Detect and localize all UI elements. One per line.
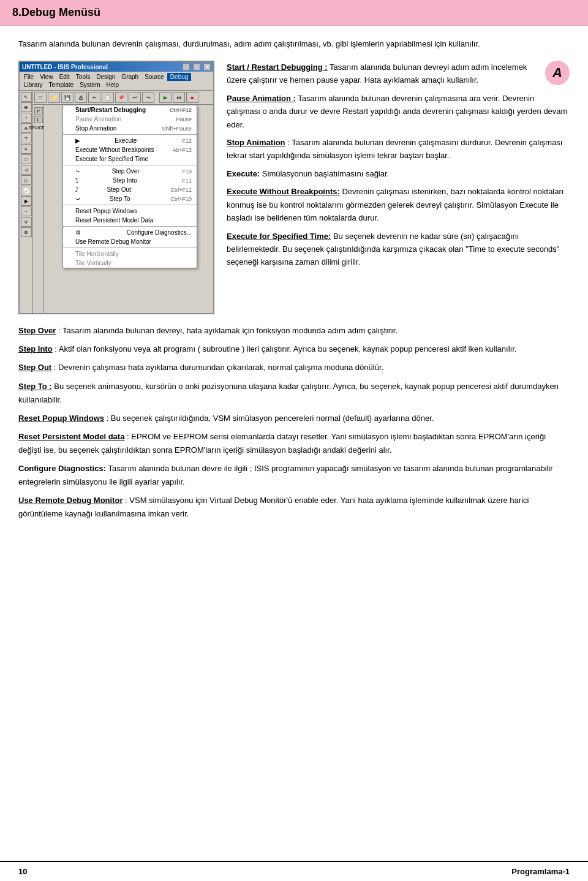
menu-item-step-to[interactable]: ⤻ Step To Ctrl+F10	[63, 194, 197, 203]
step-into-para: Step Into : Aktif olan fonksiyonu veya a…	[18, 342, 570, 356]
reset-model-para: Reset Persistent Model data : EPROM ve E…	[18, 430, 570, 457]
menu-edit[interactable]: Edit	[56, 73, 73, 81]
tb-paste[interactable]: 📌	[115, 92, 127, 103]
menu-template[interactable]: Template	[46, 81, 77, 89]
step-into-icon: ⤵	[75, 177, 78, 184]
isis-canvas-area: P L DEVICES Start/Restart Debugging Ctrl…	[33, 105, 213, 313]
tool-component[interactable]: ⊕	[21, 102, 32, 112]
tb-print[interactable]: 🖨	[75, 92, 87, 103]
menu-item-configure[interactable]: ⚙ Configure Diagnostics...	[63, 228, 197, 237]
step-over-text: : Tasarım alanında bulunan devreyi, hata…	[58, 326, 398, 335]
menu-item-step-over-shortcut: F10	[182, 168, 192, 175]
isis-window-title: UNTITLED - ISIS Professional	[22, 64, 108, 70]
step-over-icon: ⤷	[75, 168, 80, 175]
menu-item-step-out[interactable]: ⤴ Step Out Ctrl+F11	[63, 185, 197, 194]
menu-item-execute-fs[interactable]: Execute for Specified Time	[63, 154, 197, 164]
stop-desc: Stop Animation : Tasarım alanında buluna…	[227, 136, 570, 162]
menu-item-stop-label: Stop Animation	[75, 125, 116, 132]
tool-marker[interactable]: ⊗	[21, 227, 32, 237]
menu-item-step-to-label: Step To	[110, 195, 130, 202]
menu-item-reset-model[interactable]: Reset Persistent Model Data	[63, 216, 197, 225]
menu-item-start-restart[interactable]: Start/Restart Debugging Ctrl+F12	[63, 105, 197, 115]
isis-body: ↖ ⊕ + A T ≡ □ ◁ ▷ 📈 ▶ ~ V ⊗	[20, 91, 213, 313]
tool-terminal[interactable]: ◁	[21, 165, 32, 175]
footer-section-label: Programlama-1	[511, 867, 570, 876]
tool-junction[interactable]: +	[21, 113, 32, 123]
menu-view[interactable]: View	[37, 73, 56, 81]
tool-text[interactable]: T	[21, 134, 32, 143]
menu-system[interactable]: System	[77, 81, 103, 89]
tb-open[interactable]: 📁	[48, 92, 60, 103]
tool-subcircuit[interactable]: □	[21, 154, 32, 164]
menu-item-stop-shortcut: Shift+Pause	[162, 126, 192, 132]
menu-item-step-into-shortcut: F11	[182, 178, 192, 184]
menu-debug[interactable]: Debug	[167, 73, 191, 81]
menu-library[interactable]: Library	[21, 81, 46, 89]
tb-undo[interactable]: ↩	[129, 92, 141, 103]
tool-bus[interactable]: ≡	[21, 144, 32, 154]
menu-item-reset-model-label: Reset Persistent Model Data	[75, 217, 153, 224]
menu-item-pause[interactable]: Pause Animation Pause	[63, 115, 197, 124]
maximize-btn[interactable]: □	[193, 63, 200, 70]
menu-item-execute-shortcut: F12	[182, 138, 192, 144]
reset-popup-text: : Bu seçenek çalıştırıldığında, VSM simü…	[107, 414, 434, 423]
menu-source[interactable]: Source	[141, 73, 167, 81]
tool-select[interactable]: ↖	[21, 92, 32, 102]
tool-tape[interactable]: ▶	[21, 196, 32, 206]
step-into-term: Step Into	[18, 344, 53, 354]
step-out-para: Step Out : Devrenin çalışması hata ayıkl…	[18, 361, 570, 374]
close-btn[interactable]: ✕	[203, 63, 211, 70]
separator5	[63, 248, 197, 248]
menu-help[interactable]: Help	[104, 81, 123, 89]
isis-top-toolbar: □ 📁 💾 🖨 ✂ 📋 📌 ↩ ↪ ▶ ⏯ ■	[33, 91, 213, 105]
reset-popup-term: Reset Popup Windows	[18, 414, 104, 423]
step-over-term: Step Over	[18, 326, 56, 335]
separator2	[63, 165, 197, 165]
menu-item-step-to-shortcut: Ctrl+F10	[170, 196, 192, 202]
menu-tools[interactable]: Tools	[73, 73, 93, 81]
tb-play[interactable]: ▶	[159, 92, 172, 103]
minimize-btn[interactable]: _	[183, 63, 190, 70]
menu-item-reset-popup-label: Reset Popup Windows	[75, 208, 137, 214]
menu-item-tile-v[interactable]: Tile Vertically	[63, 259, 197, 268]
step-out-term: Step Out	[18, 363, 51, 372]
menu-item-tile-h[interactable]: Tile Horizontally	[63, 249, 197, 259]
menu-item-pause-shortcut: Pause	[176, 116, 192, 123]
two-column-section: UNTITLED - ISIS Professional _ □ ✕ File …	[18, 61, 570, 315]
menu-item-execute-label: Execute	[115, 137, 137, 144]
tool-voltage[interactable]: V	[21, 217, 32, 227]
tb-new[interactable]: □	[34, 92, 47, 103]
tb-step[interactable]: ⏯	[173, 92, 185, 103]
tb-save[interactable]: 💾	[61, 92, 74, 103]
device-panel-btn[interactable]: P	[34, 107, 43, 115]
tool-port[interactable]: ▷	[21, 175, 32, 185]
menu-file[interactable]: File	[21, 73, 37, 81]
menu-graph[interactable]: Graph	[118, 73, 141, 81]
menu-design[interactable]: Design	[93, 73, 118, 81]
tb-stop[interactable]: ■	[186, 92, 198, 103]
execute-fs-desc: Execute for Specified Time: Bu seçenek d…	[227, 230, 570, 269]
menu-item-step-out-label: Step Out	[107, 186, 130, 193]
chapter-title: 8.Debug Menüsü	[12, 6, 100, 18]
menu-item-execute[interactable]: ▶ Execute F12	[63, 136, 197, 145]
remote-debug-para: Use Remote Debug Monitor : VSM simülasyo…	[18, 494, 570, 521]
menu-item-execute-wb[interactable]: Execute Without Breakpoints Alt+F12	[63, 145, 197, 154]
configure-para: Configure Diagnostics: Tasarım alanında …	[18, 462, 570, 489]
tool-generator[interactable]: ~	[21, 206, 32, 216]
pause-desc: Pause Animation : Tasarım alanında bulun…	[227, 92, 570, 131]
device-panel-btn2[interactable]: L	[34, 116, 43, 123]
separator4	[63, 226, 197, 227]
tb-redo[interactable]: ↪	[142, 92, 154, 103]
menu-item-step-into[interactable]: ⤵ Step Into F11	[63, 176, 197, 185]
footer: 10 Programlama-1	[0, 861, 588, 881]
menu-item-reset-popup[interactable]: Reset Popup Windows	[63, 206, 197, 216]
tool-graph[interactable]: 📈	[21, 186, 32, 195]
body-paragraphs: Step Over : Tasarım alanında bulunan dev…	[18, 324, 570, 521]
separator1	[63, 134, 197, 135]
menu-item-step-over[interactable]: ⤷ Step Over F10	[63, 167, 197, 176]
menu-item-stop[interactable]: Stop Animation Shift+Pause	[63, 124, 197, 133]
tb-cut[interactable]: ✂	[88, 92, 100, 103]
tb-copy[interactable]: 📋	[102, 92, 114, 103]
step-to-text: Bu seçenek animasyonu, kursörün o anki p…	[18, 382, 559, 404]
menu-item-remote-debug[interactable]: Use Remote Debug Monitor	[63, 237, 197, 246]
